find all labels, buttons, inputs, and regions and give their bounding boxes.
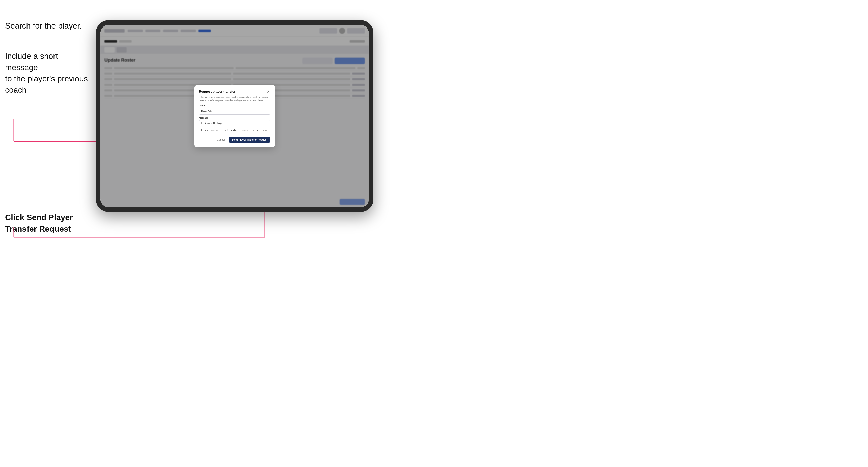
message-textarea[interactable]: Hi Coach McHarg, Please accept this tran…	[199, 120, 271, 133]
player-input[interactable]	[199, 108, 271, 115]
modal-title: Request player transfer	[199, 90, 236, 93]
tablet-frame: Update Roster	[96, 20, 373, 212]
annotation-message: Include a short message to the player's …	[5, 51, 91, 96]
annotation-search: Search for the player.	[5, 20, 82, 32]
player-label: Player	[199, 104, 271, 107]
message-label: Message	[199, 117, 271, 119]
modal-footer: Cancel Send Player Transfer Request	[199, 137, 271, 143]
modal-header: Request player transfer ✕	[199, 90, 271, 94]
send-transfer-request-button[interactable]: Send Player Transfer Request	[228, 137, 271, 143]
modal-description: If the player is transferring from anoth…	[199, 96, 271, 102]
modal-overlay: Request player transfer ✕ If the player …	[100, 25, 369, 208]
tablet-screen: Update Roster	[100, 25, 369, 208]
annotation-click: Click Send Player Transfer Request	[5, 212, 91, 235]
cancel-button[interactable]: Cancel	[215, 137, 226, 142]
modal-close-button[interactable]: ✕	[267, 90, 271, 94]
modal-dialog: Request player transfer ✕ If the player …	[194, 85, 275, 147]
